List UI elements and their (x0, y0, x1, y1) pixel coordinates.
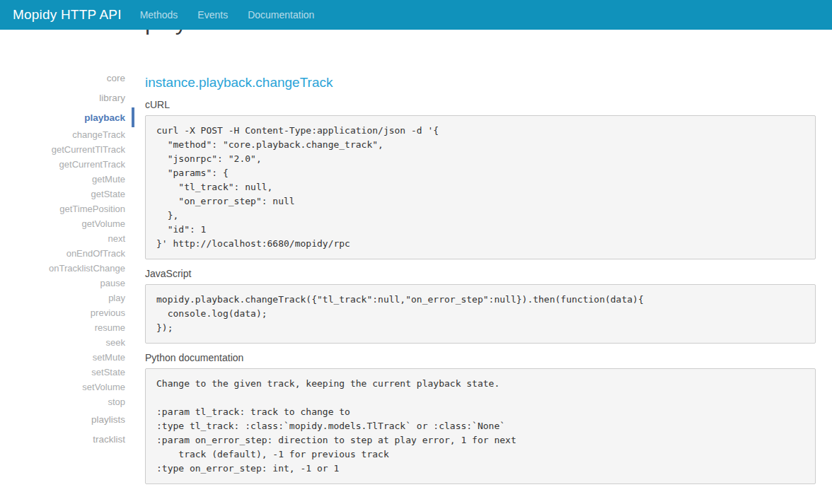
sidebar-item-playlists[interactable]: playlists (0, 409, 134, 429)
code-block: Change to the given track, keeping the c… (145, 368, 816, 484)
main-content: playback instance.playback.changeTrack c… (145, 0, 816, 493)
sidebar-item-onEndOfTrack[interactable]: onEndOfTrack (0, 246, 134, 261)
sidebar-item-setMute[interactable]: setMute (0, 350, 134, 365)
sidebar-item-onTracklistChange[interactable]: onTracklistChange (0, 261, 134, 276)
sidebar: corelibraryplaybackchangeTrackgetCurrent… (0, 68, 134, 449)
sidebar-item-pause[interactable]: pause (0, 276, 134, 291)
code-block: mopidy.playback.changeTrack({"tl_track":… (145, 284, 816, 344)
code-block: curl -X POST -H Content-Type:application… (145, 115, 816, 259)
sidebar-item-previous[interactable]: previous (0, 305, 134, 320)
section-label: Python documentation (145, 352, 816, 364)
nav-link-methods[interactable]: Methods (130, 9, 188, 20)
sidebar-item-play[interactable]: play (0, 291, 134, 305)
sidebar-item-getCurrentTlTrack[interactable]: getCurrentTlTrack (0, 142, 134, 157)
sidebar-item-getCurrentTrack[interactable]: getCurrentTrack (0, 157, 134, 172)
sidebar-item-tracklist[interactable]: tracklist (0, 429, 134, 449)
sidebar-nav: corelibraryplaybackchangeTrackgetCurrent… (0, 68, 134, 449)
navbar-links: MethodsEventsDocumentation (130, 8, 325, 21)
sidebar-item-seek[interactable]: seek (0, 335, 134, 350)
sidebar-item-playback[interactable]: playback (0, 107, 134, 127)
sidebar-item-resume[interactable]: resume (0, 320, 134, 335)
section-label: cURL (145, 99, 816, 111)
sidebar-item-library[interactable]: library (0, 88, 134, 107)
method-heading: instance.playback.changeTrack (145, 75, 816, 90)
nav-link-documentation[interactable]: Documentation (238, 9, 324, 20)
nav-link-events[interactable]: Events (187, 9, 238, 20)
method-sections: cURLcurl -X POST -H Content-Type:applica… (145, 99, 816, 484)
sidebar-item-setVolume[interactable]: setVolume (0, 380, 134, 394)
code-section: JavaScriptmopidy.playback.changeTrack({"… (145, 268, 816, 344)
sidebar-item-setState[interactable]: setState (0, 365, 134, 380)
top-navbar: Mopidy HTTP API MethodsEventsDocumentati… (0, 0, 832, 30)
sidebar-item-next[interactable]: next (0, 231, 134, 246)
code-section: Python documentationChange to the given … (145, 352, 816, 484)
sidebar-item-getState[interactable]: getState (0, 187, 134, 201)
sidebar-item-getVolume[interactable]: getVolume (0, 216, 134, 231)
section-label: JavaScript (145, 268, 816, 280)
code-section: cURLcurl -X POST -H Content-Type:applica… (145, 99, 816, 259)
sidebar-item-changeTrack[interactable]: changeTrack (0, 127, 134, 142)
sidebar-item-core[interactable]: core (0, 68, 134, 88)
sidebar-item-getTimePosition[interactable]: getTimePosition (0, 201, 134, 216)
brand-link[interactable]: Mopidy HTTP API (13, 7, 122, 23)
sidebar-item-stop[interactable]: stop (0, 394, 134, 409)
sidebar-item-getMute[interactable]: getMute (0, 172, 134, 187)
